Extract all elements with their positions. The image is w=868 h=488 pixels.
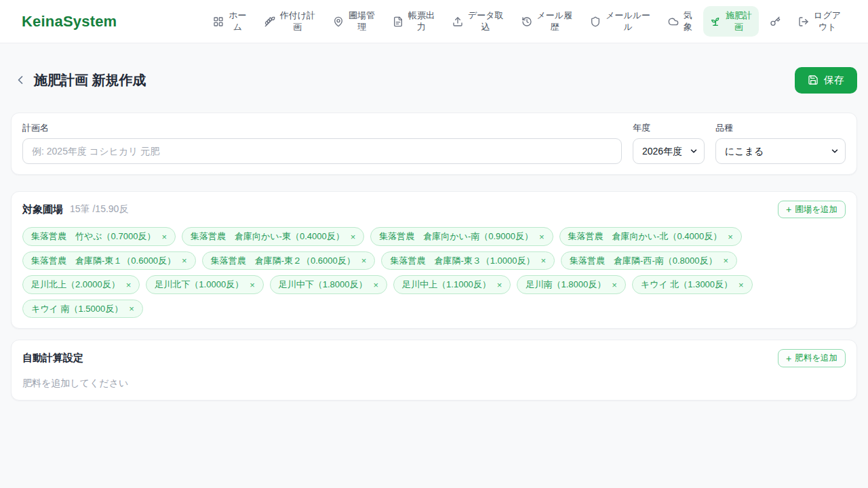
target-fields-card: 対象圃場 15筆 /15.90反 + 圃場を追加 集落営農 竹やぶ（0.7000…	[11, 191, 857, 329]
key-icon	[770, 16, 781, 27]
variety-select[interactable]: にこまる	[715, 138, 846, 164]
top-nav: KeinaSystem ホー ム 作付け計 画 圃場管 理 帳票出 力	[0, 0, 868, 43]
field-chip-label: 集落営農 倉庫向かい-北（0.4000反）	[568, 230, 722, 243]
chip-remove-button[interactable]: ×	[540, 256, 546, 265]
add-field-button[interactable]: + 圃場を追加	[778, 201, 846, 218]
page-title: 施肥計画 新規作成	[34, 71, 146, 89]
nav-item-label: メールルー ル	[606, 10, 650, 33]
history-icon	[521, 16, 532, 27]
field-chip: 集落営農 倉庫隣-東３（1.0000反） ×	[381, 251, 555, 270]
field-chip: 集落営農 倉庫向かい-東（0.4000反） ×	[182, 227, 364, 246]
nav-item-label: 圃場管 理	[349, 10, 375, 33]
chip-remove-button[interactable]: ×	[539, 232, 545, 241]
cloud-icon	[668, 16, 679, 27]
chip-remove-button[interactable]: ×	[361, 256, 367, 265]
field-chip-label: 足川中上（1.1000反）	[402, 279, 491, 291]
field-chip-label: 集落営農 倉庫隣-東３（1.0000反）	[390, 255, 534, 267]
chip-remove-button[interactable]: ×	[161, 232, 167, 241]
add-field-button-label: 圃場を追加	[795, 204, 837, 215]
main-content: 施肥計画 新規作成 保存 計画名 年度 2026年度	[0, 66, 868, 401]
nav-item-label: 帳票出 力	[408, 10, 435, 33]
nav-item-label: 施肥計 画	[726, 10, 752, 33]
document-icon	[393, 16, 403, 27]
save-button-label: 保存	[824, 74, 844, 87]
field-chip: 足川中上（1.1000反） ×	[393, 275, 511, 294]
wheat-icon	[264, 16, 275, 27]
field-chip-label: キウイ 南（1.5000反）	[31, 303, 123, 315]
field-chip-label: 足川北上（2.0000反）	[31, 279, 120, 291]
field-chip: 集落営農 倉庫隣-東１（0.6000反） ×	[22, 251, 196, 270]
field-chip: 集落営農 倉庫隣-西-南（0.8000反） ×	[561, 251, 737, 270]
grid-icon	[213, 16, 224, 27]
field-chip-label: 足川北下（1.0000反）	[155, 279, 243, 291]
brand-logo[interactable]: KeinaSystem	[22, 13, 117, 30]
upload-icon	[452, 16, 463, 27]
nav-item-logout[interactable]: ログア ウト	[791, 6, 848, 37]
chip-remove-button[interactable]: ×	[250, 281, 255, 289]
target-fields-title: 対象圃場	[22, 203, 63, 216]
plan-name-field: 計画名	[22, 122, 622, 164]
field-chip: 集落営農 倉庫隣-東２（0.6000反） ×	[202, 251, 376, 270]
nav-items: ホー ム 作付け計 画 圃場管 理 帳票出 力 データ取 込	[206, 6, 848, 37]
map-pin-icon	[333, 16, 344, 27]
nav-item-label: 作付け計 画	[280, 10, 315, 33]
plan-name-label: 計画名	[22, 122, 622, 134]
nav-item-fertilization-plan[interactable]: 施肥計 画	[703, 6, 759, 37]
chip-remove-button[interactable]: ×	[373, 281, 378, 289]
nav-item-data-import[interactable]: データ取 込	[446, 6, 511, 37]
nav-item-mail-history[interactable]: メール履 歴	[515, 6, 580, 37]
field-chip-list: 集落営農 竹やぶ（0.7000反） × 集落営農 倉庫向かい-東（0.4000反…	[22, 227, 846, 318]
nav-item-field-management[interactable]: 圃場管 理	[326, 6, 382, 37]
chevron-left-icon	[14, 73, 27, 87]
nav-item-planting-plan[interactable]: 作付け計 画	[258, 6, 322, 37]
field-chip-label: 集落営農 倉庫向かい-東（0.4000反）	[191, 230, 344, 243]
chip-remove-button[interactable]: ×	[126, 281, 132, 289]
nav-item-label: 気 象	[684, 10, 692, 33]
nav-item-key[interactable]	[763, 12, 787, 31]
field-chip-label: 集落営農 倉庫隣-東２（0.6000反）	[211, 255, 355, 267]
nav-item-mail-rules[interactable]: メールルー ル	[583, 6, 657, 37]
chip-remove-button[interactable]: ×	[612, 281, 617, 289]
nav-item-home[interactable]: ホー ム	[206, 6, 253, 37]
field-chip: キウイ 北（1.3000反） ×	[632, 275, 753, 294]
field-chip-label: 集落営農 竹やぶ（0.7000反）	[31, 230, 155, 243]
year-label: 年度	[633, 122, 705, 134]
nav-item-label: メール履 歴	[537, 10, 573, 33]
field-chip-label: 足川南（1.8000反）	[526, 279, 606, 291]
auto-calc-card: 自動計算設定 + 肥料を追加 肥料を追加してください	[11, 340, 857, 400]
chip-remove-button[interactable]: ×	[738, 281, 744, 289]
field-chip-label: 集落営農 倉庫隣-東１（0.6000反）	[31, 255, 176, 267]
field-chip-label: キウイ 北（1.3000反）	[641, 279, 732, 291]
field-chip: 集落営農 倉庫向かい-北（0.4000反） ×	[559, 227, 742, 246]
save-button[interactable]: 保存	[795, 67, 857, 94]
year-select[interactable]: 2026年度	[633, 138, 705, 164]
plus-icon: +	[786, 205, 791, 214]
chip-remove-button[interactable]: ×	[129, 304, 134, 313]
field-chip: 集落営農 倉庫向かい-南（0.9000反） ×	[370, 227, 553, 246]
plan-name-input[interactable]	[22, 138, 622, 164]
chip-remove-button[interactable]: ×	[351, 232, 356, 241]
logout-icon	[798, 16, 809, 27]
sprout-icon	[710, 16, 721, 27]
fertilizer-empty-message: 肥料を追加してください	[22, 378, 846, 390]
back-button[interactable]	[11, 70, 30, 89]
page-header: 施肥計画 新規作成 保存	[11, 66, 857, 94]
field-chip-label: 足川中下（1.8000反）	[279, 279, 368, 291]
nav-item-weather[interactable]: 気 象	[661, 6, 699, 37]
variety-field: 品種 にこまる	[715, 122, 846, 164]
chip-remove-button[interactable]: ×	[182, 256, 187, 265]
field-chip-label: 集落営農 倉庫隣-西-南（0.8000反）	[570, 255, 717, 267]
shield-icon	[590, 16, 601, 27]
nav-item-label: データ取 込	[468, 10, 504, 33]
chip-remove-button[interactable]: ×	[728, 232, 733, 241]
chip-remove-button[interactable]: ×	[723, 256, 728, 265]
nav-item-label: ホー ム	[229, 10, 246, 33]
chip-remove-button[interactable]: ×	[497, 281, 502, 289]
nav-item-report-output[interactable]: 帳票出 力	[386, 6, 441, 37]
plus-icon: +	[786, 354, 791, 363]
field-chip: 集落営農 竹やぶ（0.7000反） ×	[22, 227, 176, 246]
add-fertilizer-button[interactable]: + 肥料を追加	[778, 349, 846, 367]
year-field: 年度 2026年度	[633, 122, 705, 164]
field-chip: 足川北上（2.0000反） ×	[22, 275, 140, 294]
plan-info-card: 計画名 年度 2026年度 品種 にこまる	[11, 113, 857, 175]
